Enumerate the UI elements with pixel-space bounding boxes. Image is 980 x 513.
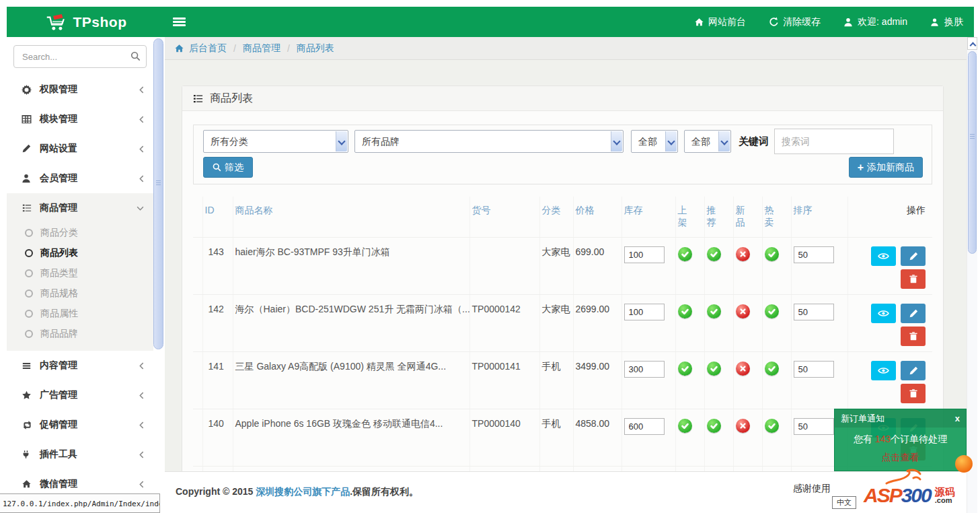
chevron-down-icon [665,131,677,151]
sidebar-subitem-商品品牌[interactable]: 商品品牌 [7,324,153,344]
sidebar-subitem-商品规格[interactable]: 商品规格 [7,283,153,304]
edit-button[interactable] [901,361,926,380]
brand-select[interactable]: 所有品牌 [354,130,624,153]
brand-text: TPshop [73,14,127,30]
goods-id: 142 [202,295,233,352]
sidebar-toggle-button[interactable] [173,18,186,26]
chevron-left-icon [139,451,144,458]
status-select-2[interactable]: 全部 [684,130,731,153]
stock-input[interactable] [624,304,665,320]
nav-clear-cache[interactable]: 清除缓存 [769,16,821,28]
delete-button[interactable] [901,384,926,403]
hot-on-icon[interactable] [765,419,779,433]
hot-on-icon[interactable] [765,304,779,318]
sort-input[interactable] [794,304,834,320]
circle-icon [25,249,33,257]
goods-table: ID商品名称货号分类价格库存上架推荐新品热卖排序操作 143haier海尔 BC… [193,197,932,513]
nav-welcome-admin[interactable]: 欢迎: admin [843,16,907,28]
hot-on-icon[interactable] [765,362,779,376]
on-sale-on-icon[interactable] [678,247,692,261]
column-header-操作: 操作 [847,197,932,238]
nav-label: 网站前台 [708,16,746,28]
sort-input[interactable] [794,361,834,378]
sidebar-item-权限管理[interactable]: 权限管理 [7,75,153,104]
sidebar: 权限管理模块管理网站设置会员管理商品管理商品分类商品列表商品类型商品规格商品属性… [7,37,153,513]
column-header-分类: 分类 [539,197,573,238]
edit-button[interactable] [901,304,926,323]
breadcrumb-item-home[interactable]: 后台首页 [189,42,227,55]
scroll-up-button[interactable] [967,37,977,50]
sidebar-item-会员管理[interactable]: 会员管理 [7,164,153,193]
keyword-input[interactable] [774,129,894,154]
chevron-left-icon [139,421,144,429]
on-sale-on-icon[interactable] [678,304,692,318]
nav-label: 清除缓存 [783,16,821,28]
page-scrollbar[interactable] [967,37,977,513]
recommend-on-icon[interactable] [707,304,721,318]
home-icon [174,44,184,53]
sidebar-item-网站设置[interactable]: 网站设置 [7,134,153,164]
brand[interactable]: TPshop [7,7,165,37]
stock-input[interactable] [624,418,665,435]
column-header-库存: 库存 [621,197,675,238]
view-button[interactable] [871,246,896,266]
bars-icon [22,362,34,370]
breadcrumb-item-goods[interactable]: 商品管理 [243,42,280,55]
nav-site-front[interactable]: 网站前台 [694,16,746,28]
new-off-icon[interactable] [736,247,750,261]
chevron-left-icon [139,392,144,399]
new-off-icon[interactable] [736,362,750,376]
stock-input[interactable] [624,361,665,378]
recommend-on-icon[interactable] [707,247,721,261]
nav-change-skin[interactable]: 换肤 [930,16,963,28]
sort-input[interactable] [794,246,834,263]
filter-button[interactable]: 筛选 [203,157,253,178]
trash-icon [909,389,917,398]
view-button[interactable] [871,361,896,380]
sidebar-scrollbar[interactable] [153,38,163,349]
status-select-1[interactable]: 全部 [631,130,678,153]
delete-button[interactable] [901,327,926,346]
list-icon [192,94,204,104]
company-link[interactable]: 深圳搜豹公司旗下产品 [256,486,350,497]
recommend-on-icon[interactable] [707,362,721,376]
new-off-icon[interactable] [736,419,750,433]
sidebar-subitem-商品分类[interactable]: 商品分类 [7,223,153,243]
breadcrumb-item-goods-list[interactable]: 商品列表 [297,42,334,55]
sidebar-item-广告管理[interactable]: 广告管理 [7,380,153,410]
hot-on-icon[interactable] [765,247,779,261]
sidebar-item-模块管理[interactable]: 模块管理 [7,104,153,134]
category-select[interactable]: 所有分类 [203,130,348,153]
sidebar-subitem-商品属性[interactable]: 商品属性 [7,304,153,324]
sidebar-item-商品管理[interactable]: 商品管理 [7,193,153,223]
new-off-icon[interactable] [736,304,750,318]
nav-label: 换肤 [944,16,963,28]
column-header-排序: 排序 [791,197,847,238]
chevron-down-icon [336,131,347,151]
sidebar-subitem-商品列表[interactable]: 商品列表 [7,243,153,263]
stock-input[interactable] [624,246,665,263]
edit-button[interactable] [901,246,926,266]
close-icon[interactable]: x [955,410,960,428]
sidebar-item-内容管理[interactable]: 内容管理 [7,351,153,380]
sidebar-item-促销管理[interactable]: 促销管理 [7,410,153,440]
goods-id: 140 [202,409,233,467]
view-button[interactable] [871,304,896,323]
sort-input[interactable] [794,418,834,435]
pencil-icon [909,309,918,318]
search-input[interactable] [13,45,147,68]
language-badge: 中文 [832,496,856,509]
add-goods-button[interactable]: + 添加新商品 [849,157,923,178]
column-header-热卖: 热卖 [762,197,791,238]
table-header-row: ID商品名称货号分类价格库存上架推荐新品热卖排序操作 [193,197,932,238]
on-sale-on-icon[interactable] [678,362,692,376]
search-icon[interactable] [130,51,141,61]
breadcrumb: 后台首页 / 商品管理 / 商品列表 [165,37,967,60]
sidebar-subitem-商品类型[interactable]: 商品类型 [7,263,153,283]
view-orders-link[interactable]: 点击查看 [835,452,966,464]
on-sale-on-icon[interactable] [678,419,692,433]
sidebar-item-插件工具[interactable]: 插件工具 [7,440,153,469]
recommend-on-icon[interactable] [707,419,721,433]
delete-button[interactable] [901,269,926,289]
scrollbar-thumb[interactable] [968,51,977,254]
